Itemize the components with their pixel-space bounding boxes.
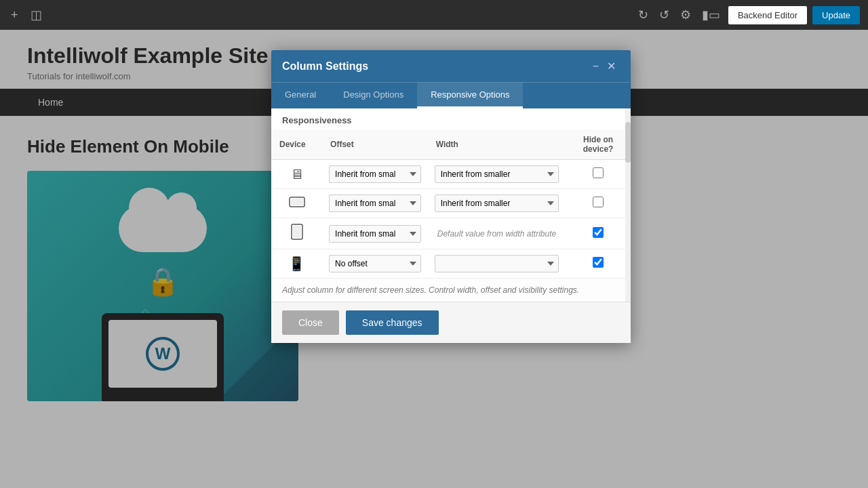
toolbar: + ◫ ↻ ↺ ⚙ ▮▭ Backend Editor Update [0,0,868,30]
hide-checkbox-4[interactable] [593,257,604,268]
section-label: Responsiveness [271,108,631,129]
scrollbar-track[interactable] [625,108,631,302]
modal-header: Column Settings − ✕ [271,50,631,82]
save-changes-button[interactable]: Save changes [346,310,439,335]
footer-text: Adjust column for different screen sizes… [271,278,631,302]
scrollbar-thumb[interactable] [625,122,631,163]
responsive-icon[interactable]: ▮▭ [699,5,723,25]
offset-cell-1: Inherit from smal [322,160,428,189]
table-row: Inherit from smal Default value from wid… [271,218,631,249]
device-header: Device [271,129,322,160]
width-select-2[interactable]: Inherit from smaller [435,195,559,212]
table-row: 🖥 Inherit from smal Inherit from smaller [271,160,631,189]
width-cell-3: Default value from width attribute [428,218,566,249]
offset-select-4[interactable]: No offset [329,255,421,272]
toolbar-right: ↻ ↺ ⚙ ▮▭ Backend Editor Update [635,5,860,25]
offset-select-2[interactable]: Inherit from smal [329,195,421,212]
offset-cell-4: No offset [322,249,428,279]
device-tablet-portrait-icon [271,218,322,249]
offset-select-3[interactable]: Inherit from smal [329,225,421,243]
settings-icon[interactable]: ⚙ [677,5,694,25]
tab-design-options[interactable]: Design Options [330,83,417,108]
modal-actions: Close Save changes [271,302,631,343]
add-icon[interactable]: + [8,5,21,25]
width-cell-2: Inherit from smaller [428,189,566,218]
hide-on-device-header: Hide on device? [566,129,631,160]
width-cell-1: Inherit from smaller [428,160,566,189]
offset-cell-3: Inherit from smal [322,218,428,249]
width-select-1[interactable]: Inherit from smaller [435,165,559,183]
svg-rect-1 [291,199,303,205]
minimize-button[interactable]: − [589,59,603,74]
hide-cell-1 [566,160,631,189]
modal-body: Responsiveness Device Offset Width Hide … [271,108,631,302]
close-modal-button[interactable]: ✕ [603,58,620,74]
offset-cell-2: Inherit from smal [322,189,428,218]
hide-cell-2 [566,189,631,218]
table-row: 📱 No offset [271,249,631,279]
offset-header: Offset [322,129,428,160]
update-button[interactable]: Update [812,6,860,24]
undo-icon[interactable]: ↻ [635,5,651,25]
hide-cell-3 [566,218,631,249]
responsiveness-table: Device Offset Width Hide on device? 🖥 In… [271,129,631,278]
offset-select-1[interactable]: Inherit from smal [329,165,421,183]
svg-rect-3 [293,226,301,238]
modal-overlay[interactable]: Column Settings − ✕ General Design Optio… [0,30,868,488]
device-desktop-icon: 🖥 [271,160,322,189]
width-text-3: Default value from width attribute [435,229,559,239]
modal-tabs: General Design Options Responsive Option… [271,82,631,108]
tab-general[interactable]: General [271,83,330,108]
modal-title: Column Settings [282,60,589,73]
column-settings-modal: Column Settings − ✕ General Design Optio… [271,50,631,343]
layout-icon[interactable]: ◫ [28,5,45,25]
device-mobile-icon: 📱 [271,249,322,279]
tab-responsive-options[interactable]: Responsive Options [417,83,523,108]
backend-editor-button[interactable]: Backend Editor [728,6,807,24]
hide-cell-4 [566,249,631,279]
hide-checkbox-3[interactable] [593,227,604,238]
hide-checkbox-1[interactable] [593,167,604,178]
redo-icon[interactable]: ↺ [656,5,672,25]
device-tablet-landscape-icon [271,189,322,218]
table-row: Inherit from smal Inherit from smaller [271,189,631,218]
hide-checkbox-2[interactable] [593,197,604,207]
close-button[interactable]: Close [282,310,339,335]
width-header: Width [428,129,566,160]
width-select-4[interactable] [435,255,559,272]
width-cell-4 [428,249,566,279]
